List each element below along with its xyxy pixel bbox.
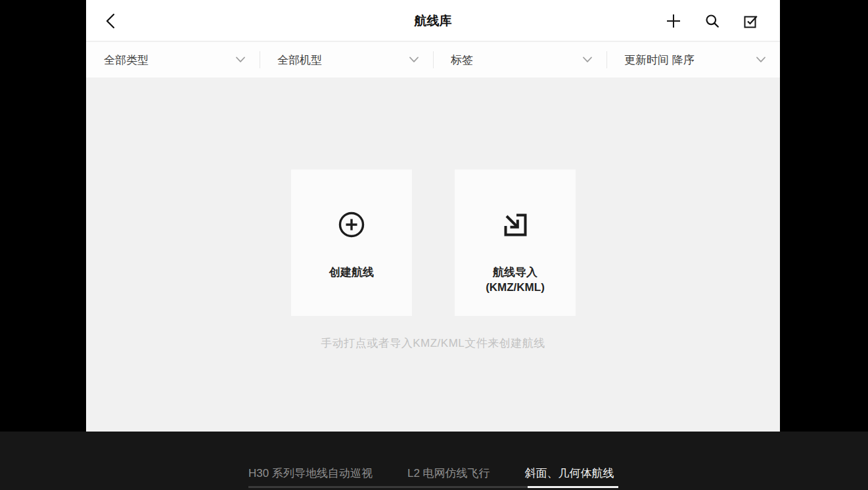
create-route-card[interactable]: 创建航线 — [291, 169, 412, 316]
import-route-card[interactable]: 航线导入 (KMZ/KML) — [455, 169, 576, 316]
tab-track — [248, 486, 618, 488]
filter-tag-label: 标签 — [451, 53, 473, 68]
tab-h30-series[interactable]: H30 系列导地线自动巡视 — [248, 466, 373, 481]
plus-icon — [665, 12, 682, 30]
import-route-label-line1: 航线导入 — [455, 265, 576, 280]
filter-aircraft-dropdown[interactable]: 全部机型 — [260, 42, 433, 78]
chevron-down-icon — [409, 56, 419, 63]
search-button[interactable] — [704, 12, 721, 30]
filter-sort-dropdown[interactable]: 更新时间 降序 — [606, 42, 780, 78]
filter-type-label: 全部类型 — [104, 53, 148, 68]
filter-aircraft-label: 全部机型 — [277, 53, 322, 68]
tabs: H30 系列导地线自动巡视 L2 电网仿线飞行 斜面、几何体航线 — [248, 466, 614, 481]
create-route-label: 创建航线 — [291, 265, 412, 280]
chevron-down-icon — [756, 56, 766, 63]
add-route-button[interactable] — [665, 12, 682, 30]
multi-select-button[interactable] — [742, 12, 760, 30]
header: 航线库 — [86, 0, 780, 41]
import-route-label: 航线导入 (KMZ/KML) — [455, 265, 576, 295]
filter-sort-label: 更新时间 降序 — [624, 53, 695, 68]
route-library-panel: 航线库 — [86, 0, 780, 432]
active-tab-indicator — [528, 486, 618, 488]
route-library-empty-state: 创建航线 航线导入 (KMZ/KML) 手动打点或者导入KMZ/KML文件来创建… — [86, 78, 780, 432]
circle-plus-icon — [336, 210, 367, 240]
header-actions — [665, 0, 760, 41]
import-route-label-line2: (KMZ/KML) — [455, 280, 576, 295]
filter-tag-dropdown[interactable]: 标签 — [433, 42, 606, 78]
screen: { "app": { "header": { "title": "航线库", "… — [0, 0, 868, 490]
checkbox-check-icon — [742, 12, 760, 30]
bottom-tab-bar: H30 系列导地线自动巡视 L2 电网仿线飞行 斜面、几何体航线 — [0, 432, 868, 490]
empty-state-hint: 手动打点或者导入KMZ/KML文件来创建航线 — [86, 336, 780, 351]
filter-bar: 全部类型 全部机型 标签 更新时间 降序 — [86, 42, 780, 78]
chevron-down-icon — [582, 56, 593, 63]
tab-slope-geometry[interactable]: 斜面、几何体航线 — [525, 466, 614, 481]
chevron-down-icon — [235, 56, 246, 63]
filter-type-dropdown[interactable]: 全部类型 — [86, 42, 260, 78]
tab-l2-powerline[interactable]: L2 电网仿线飞行 — [407, 466, 490, 481]
search-icon — [704, 12, 721, 30]
import-arrow-icon — [500, 210, 530, 240]
